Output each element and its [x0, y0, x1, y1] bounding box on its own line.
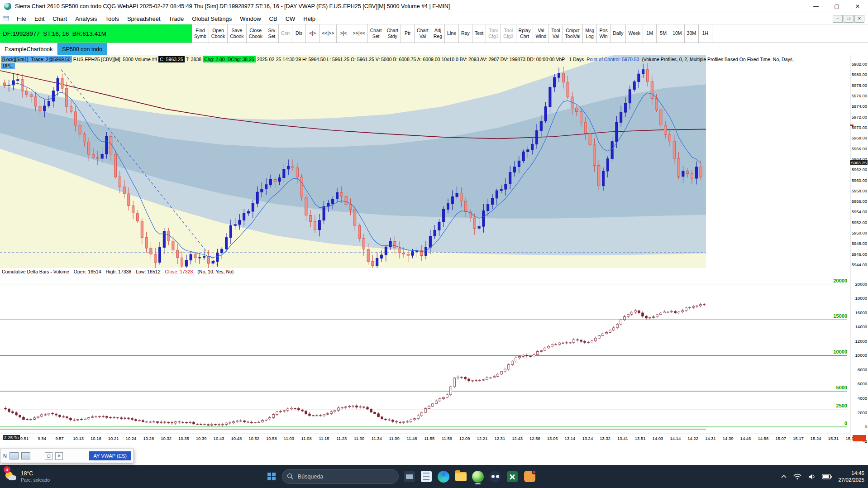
- toolbar-button-text[interactable]: Text: [472, 24, 486, 43]
- toolbar-button-5m[interactable]: 5M: [657, 24, 670, 43]
- delta-info-no-10-yes: (No, 10, Yes, No): [197, 268, 234, 275]
- menu-tools[interactable]: Tools: [101, 13, 123, 24]
- sierra-chart-taskbar-icon[interactable]: [471, 470, 485, 483]
- preview-tab-day-vwap[interactable]: AY VWAP (ES): [89, 451, 131, 460]
- time-axis-label: 9:54: [38, 436, 47, 441]
- toolbar-button-cmpct-toolval[interactable]: Cmpct ToolVal: [563, 24, 583, 43]
- main-price-chart[interactable]: [0, 55, 850, 268]
- toolbar-button-save-cbook[interactable]: Save Cbook: [228, 24, 246, 43]
- toolbar-button-1h[interactable]: 1H: [699, 24, 712, 43]
- toolbar-button-chart-val[interactable]: Chart Val: [415, 24, 431, 43]
- toolbar-button-10m[interactable]: 10M: [670, 24, 684, 43]
- menu-spreadsheet[interactable]: Spreadsheet: [123, 13, 165, 24]
- menu-window[interactable]: Window: [236, 13, 265, 24]
- tab-examplechartbook[interactable]: ExampleChartbook: [0, 43, 57, 55]
- preview-close-button[interactable]: ✕: [55, 452, 63, 460]
- excel-icon[interactable]: [506, 470, 519, 483]
- preview-chart-icon-2: [21, 452, 30, 459]
- toolbar-button-chart-set[interactable]: Chart Set: [368, 24, 385, 43]
- close-button[interactable]: ✕: [847, 0, 868, 13]
- toolbar-button-ptr[interactable]: Ptr: [401, 24, 415, 43]
- battery-icon[interactable]: [822, 474, 832, 479]
- weather-widget[interactable]: 4 18°C Parc. soleado: [5, 465, 50, 488]
- toolbar-button-adj-reg[interactable]: Adj Reg: [431, 24, 445, 43]
- toolbar-button-val-wind[interactable]: Val Wind: [533, 24, 549, 43]
- menu-help[interactable]: Help: [299, 13, 320, 24]
- dark-app-icon[interactable]: [402, 470, 416, 483]
- price-scale-tick: 5974.00: [852, 104, 867, 109]
- window-preview[interactable]: N ▢ ✕ AY VWAP (ES): [0, 449, 134, 463]
- toolbar-button-item[interactable]: >|<: [337, 24, 350, 43]
- mdi-close-button[interactable]: ✕: [854, 15, 864, 23]
- toolbar-button-item[interactable]: >>|<<: [350, 24, 367, 43]
- tray-chevron-icon[interactable]: [781, 474, 787, 479]
- price-scale-tick: 5962.00: [852, 167, 867, 172]
- search-box[interactable]: [282, 469, 399, 484]
- toolbar-button-con[interactable]: Con: [279, 24, 292, 43]
- toolbar-button-close-cbook[interactable]: Close Cbook: [247, 24, 265, 43]
- owl-app-icon[interactable]: [488, 470, 502, 483]
- preview-chart-icon: [10, 452, 19, 459]
- mdi-minimize-button[interactable]: ‒: [833, 15, 843, 23]
- toolbar-button-week[interactable]: Week: [626, 24, 643, 43]
- volume-icon[interactable]: [808, 473, 816, 480]
- menu-trade[interactable]: Trade: [165, 13, 188, 24]
- chart-system-menu-icon[interactable]: [3, 16, 9, 21]
- toolbar-button-1m[interactable]: 1M: [643, 24, 657, 43]
- system-tray: 14:45 27/02/2025: [781, 465, 864, 488]
- menu-cw[interactable]: CW: [281, 13, 300, 24]
- tab-sp500-con-todo[interactable]: SP500 con todo: [57, 43, 107, 55]
- cumulative-delta-chart[interactable]: [0, 275, 850, 434]
- point-of-control-marker: [850, 124, 854, 126]
- menu-cb[interactable]: CB: [265, 13, 281, 24]
- search-input[interactable]: [282, 469, 399, 484]
- file-explorer-icon[interactable]: [454, 470, 467, 483]
- price-scale[interactable]: 5982.005980.005978.005976.005974.005972.…: [850, 55, 868, 442]
- time-axis-label: 14:46: [740, 436, 751, 441]
- price-scale-tick: 5980.00: [852, 72, 867, 77]
- menu-edit[interactable]: Edit: [30, 13, 48, 24]
- time-axis[interactable]: 2-25 Tu9:519:549:5710:1310:1810:2110:241…: [0, 434, 850, 442]
- notification-app-icon[interactable]: [523, 470, 536, 483]
- toolbar-button-srv-set[interactable]: Srv Set: [265, 24, 279, 43]
- taskbar-clock[interactable]: 14:45 27/02/2025: [838, 470, 864, 483]
- toolbar-button-item[interactable]: <<|>>: [320, 24, 337, 43]
- menu-analysis[interactable]: Analysis: [71, 13, 101, 24]
- time-axis-label: 9:57: [55, 436, 64, 441]
- toolbar-button-daily[interactable]: Daily: [610, 24, 626, 43]
- datafeed-status-box: DF:19928977 ST:16, 16 BR:613.41M: [0, 24, 192, 43]
- toolbar-button-rplay-chrt[interactable]: Rplay Chrt: [516, 24, 534, 43]
- toolbar-button-chart-stdy[interactable]: Chart Stdy: [384, 24, 401, 43]
- minimize-button[interactable]: —: [806, 0, 826, 13]
- edge-browser-icon[interactable]: [437, 470, 450, 483]
- wifi-icon[interactable]: [793, 473, 802, 480]
- sierra-chart-application: Sierra Chart 2610 SP500 con todo CQG Web…: [0, 0, 868, 488]
- chart-info-c-5963-25: C: 5963.25: [158, 56, 184, 62]
- start-button[interactable]: [265, 470, 278, 483]
- price-scale-tick: 5976.00: [852, 93, 867, 98]
- mdi-restore-button[interactable]: ❐: [844, 15, 854, 23]
- time-axis-label: 14:56: [758, 436, 768, 441]
- time-axis-label: 11:15: [319, 436, 329, 441]
- calculator-icon[interactable]: [420, 470, 433, 483]
- toolbar-button-open-cbook[interactable]: Open Cbook: [209, 24, 228, 43]
- toolbar-button-ray[interactable]: Ray: [459, 24, 472, 43]
- time-axis-label: 12:09: [459, 436, 470, 441]
- toolbar-button-tool-val[interactable]: Tool Val: [549, 24, 563, 43]
- menu-chart[interactable]: Chart: [48, 13, 71, 24]
- toolbar-button-30m[interactable]: 30M: [685, 24, 699, 43]
- toolbar-button-dis[interactable]: Dis: [292, 24, 306, 43]
- toolbar-button-msg-log[interactable]: Msg Log: [583, 24, 597, 43]
- menu-global-settings[interactable]: Global Settings: [188, 13, 236, 24]
- toolbar-button-find-symb[interactable]: Find Symb: [192, 24, 209, 43]
- toolbar-button-tool-cfg1[interactable]: Tool Cfg1: [486, 24, 501, 43]
- menu-file[interactable]: File: [13, 13, 30, 24]
- preview-maximize-button[interactable]: ▢: [45, 452, 52, 460]
- caption-buttons: — ▢ ✕: [806, 0, 868, 13]
- toolbar-button-line[interactable]: Line: [445, 24, 459, 43]
- toolbar-button-tool-cfg2[interactable]: Tool Cfg2: [501, 24, 516, 43]
- time-axis-label: 11:48: [406, 436, 417, 441]
- maximize-button[interactable]: ▢: [826, 0, 847, 13]
- toolbar-button-pos-win[interactable]: Pos Win: [597, 24, 610, 43]
- toolbar-button-item[interactable]: <|>: [306, 24, 320, 43]
